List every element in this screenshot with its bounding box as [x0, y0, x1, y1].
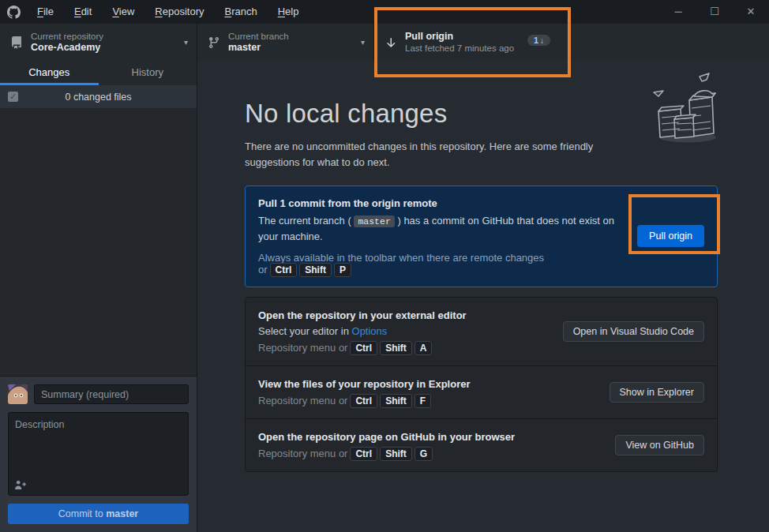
- pull-panel-body: The current branch ( master ) has a comm…: [258, 213, 621, 245]
- toolbar-empty-space: [568, 24, 769, 61]
- key-p: P: [334, 263, 351, 277]
- menu-file[interactable]: File: [27, 0, 64, 24]
- suggestion-title: Open the repository in your external edi…: [258, 309, 547, 321]
- current-branch-name: master: [228, 42, 289, 54]
- menu-help[interactable]: Help: [268, 0, 309, 24]
- maximize-button[interactable]: ☐: [696, 0, 733, 24]
- menu-edit[interactable]: Edit: [64, 0, 102, 24]
- chevron-down-icon: ▾: [184, 38, 188, 47]
- current-repository-button[interactable]: Current repository Core-Academy ▾: [0, 24, 197, 61]
- open-in-vscode-button[interactable]: Open in Visual Studio Code: [563, 321, 704, 342]
- toolbar: Current repository Core-Academy ▾ Curren…: [0, 24, 769, 61]
- pull-panel-title: Pull 1 commit from the origin remote: [258, 197, 621, 209]
- window-controls: ─ ☐ ✕: [660, 0, 769, 24]
- pull-panel-hint: Always available in the toolbar when the…: [258, 252, 621, 275]
- commit-form: Commit to master: [0, 376, 197, 532]
- key-g: G: [415, 447, 433, 461]
- branch-code-chip: master: [354, 215, 394, 227]
- key-ctrl: Ctrl: [350, 447, 377, 461]
- badge-count: 1: [534, 36, 538, 45]
- changed-files-header: ✓ 0 changed files: [0, 85, 197, 108]
- changed-files-count: 0 changed files: [65, 92, 131, 103]
- suggestion-title: Open the repository page on GitHub in yo…: [258, 431, 599, 443]
- file-list: [0, 108, 197, 376]
- commit-branch-name: master: [106, 508, 138, 519]
- pull-suggestion-panel: Pull 1 commit from the origin remote The…: [245, 185, 718, 287]
- badge-arrow-down-icon: ↓: [540, 36, 544, 45]
- tab-changes[interactable]: Changes: [0, 61, 99, 85]
- sidebar-tabs: Changes History: [0, 61, 197, 85]
- github-desktop-window: File Edit View Repository Branch Help ─ …: [0, 0, 769, 532]
- suggestion-title: View the files of your repository in Exp…: [258, 378, 594, 390]
- key-shift: Shift: [380, 394, 412, 408]
- suggestion-external-editor: Open the repository in your external edi…: [246, 298, 717, 365]
- menu-view[interactable]: View: [102, 0, 144, 24]
- pull-origin-toolbar-button[interactable]: Pull origin Last fetched 7 minutes ago 1…: [374, 24, 568, 61]
- options-link[interactable]: Options: [352, 325, 388, 337]
- sidebar: Changes History ✓ 0 changed files: [0, 61, 197, 532]
- show-in-explorer-button[interactable]: Show in Explorer: [610, 382, 705, 403]
- paper-stack-illustration: [652, 72, 720, 144]
- key-a: A: [415, 341, 433, 355]
- commit-label-prefix: Commit to: [58, 508, 106, 519]
- chevron-down-icon: ▾: [361, 38, 365, 47]
- commit-to-master-button[interactable]: Commit to master: [8, 504, 189, 524]
- view-on-github-button[interactable]: View on GitHub: [615, 435, 704, 455]
- key-f: F: [415, 394, 431, 408]
- current-repository-name: Core-Academy: [31, 42, 103, 54]
- user-avatar: [8, 384, 28, 404]
- menu-repository[interactable]: Repository: [144, 0, 214, 24]
- current-repository-label: Current repository: [31, 31, 103, 42]
- key-ctrl: Ctrl: [350, 341, 377, 355]
- pull-origin-title: Pull origin: [405, 31, 514, 43]
- commits-behind-badge: 1 ↓: [527, 35, 550, 46]
- select-all-checkbox[interactable]: ✓: [8, 92, 18, 102]
- key-ctrl: Ctrl: [270, 263, 298, 277]
- suggestion-line: Select your editor in Options: [258, 325, 547, 337]
- suggestion-hint: Repository menu orCtrlShiftA: [258, 342, 547, 354]
- key-shift: Shift: [380, 341, 412, 355]
- minimize-button[interactable]: ─: [660, 0, 696, 24]
- suggestion-hint: Repository menu orCtrlShiftG: [258, 448, 599, 459]
- current-branch-button[interactable]: Current branch master ▾: [197, 24, 374, 61]
- menu-bar: File Edit View Repository Branch Help ─ …: [0, 0, 769, 24]
- github-logo-icon: [0, 6, 27, 19]
- repo-icon: [10, 36, 23, 49]
- current-branch-label: Current branch: [228, 31, 289, 42]
- tab-history[interactable]: History: [99, 61, 197, 85]
- pull-origin-button[interactable]: Pull origin: [637, 225, 704, 247]
- arrow-down-icon: [384, 36, 397, 49]
- branch-icon: [208, 36, 220, 49]
- add-coauthor-icon[interactable]: [14, 480, 26, 490]
- page-subtitle: There are no uncommitted changes in this…: [245, 139, 649, 170]
- key-shift: Shift: [299, 263, 332, 277]
- main-content: No local changes There are no uncommitte…: [197, 61, 769, 532]
- key-shift: Shift: [380, 447, 412, 461]
- key-ctrl: Ctrl: [350, 394, 377, 408]
- menu-branch[interactable]: Branch: [214, 0, 267, 24]
- suggestion-hint: Repository menu orCtrlShiftF: [258, 395, 594, 406]
- close-button[interactable]: ✕: [733, 0, 769, 24]
- suggestion-show-explorer: View the files of your repository in Exp…: [246, 365, 717, 418]
- summary-input[interactable]: [34, 384, 189, 404]
- description-input[interactable]: [8, 412, 189, 496]
- suggestions-list: Open the repository in your external edi…: [245, 297, 718, 472]
- suggestion-view-github: Open the repository page on GitHub in yo…: [246, 418, 717, 471]
- pull-origin-subtitle: Last fetched 7 minutes ago: [405, 43, 514, 54]
